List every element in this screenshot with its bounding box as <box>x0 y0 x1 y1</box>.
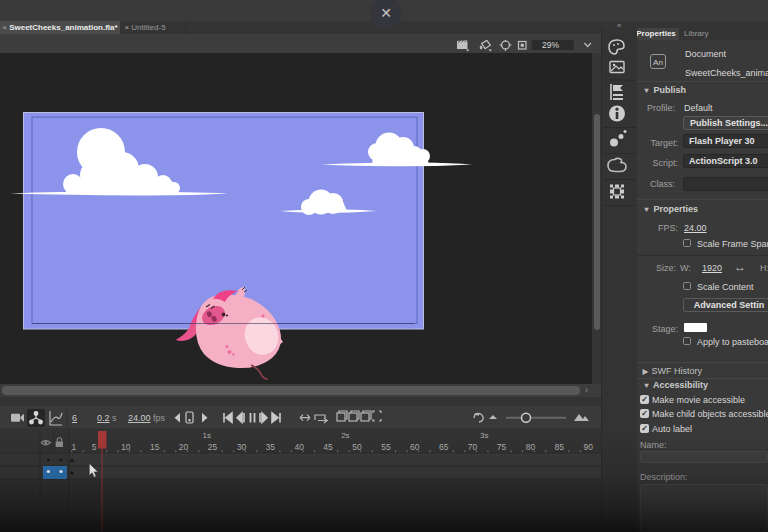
svg-text:1s: 1s <box>202 431 210 440</box>
svg-text:6: 6 <box>72 413 77 423</box>
svg-text:15: 15 <box>150 442 160 452</box>
svg-text:75: 75 <box>497 442 507 452</box>
svg-text:29%: 29% <box>542 40 559 50</box>
svg-text:25: 25 <box>208 442 218 452</box>
svg-text:85: 85 <box>555 442 565 452</box>
svg-text:0.2 s: 0.2 s <box>97 413 117 423</box>
svg-text:90: 90 <box>583 442 593 452</box>
svg-text:35: 35 <box>266 442 276 452</box>
svg-text:5: 5 <box>92 442 97 452</box>
svg-text:2s: 2s <box>341 431 349 440</box>
svg-text:65: 65 <box>439 442 449 452</box>
svg-text:55: 55 <box>381 442 391 452</box>
svg-text:3s: 3s <box>480 431 488 440</box>
svg-text:24.00 fps: 24.00 fps <box>128 413 166 423</box>
svg-text:45: 45 <box>323 442 333 452</box>
